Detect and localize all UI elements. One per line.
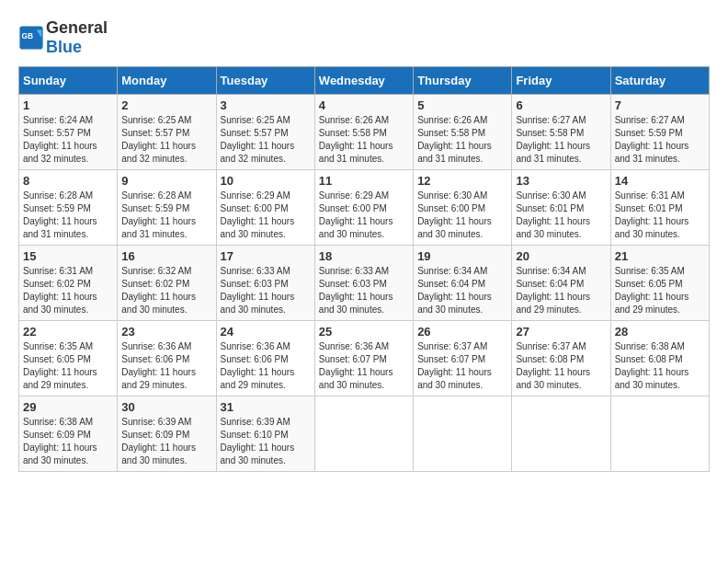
day-header-tuesday: Tuesday <box>216 67 314 95</box>
calendar-cell: 5Sunrise: 6:26 AMSunset: 5:58 PMDaylight… <box>414 95 512 170</box>
calendar-cell: 9Sunrise: 6:28 AMSunset: 5:59 PMDaylight… <box>118 170 216 246</box>
calendar-cell: 30Sunrise: 6:39 AMSunset: 6:09 PMDayligh… <box>118 396 216 472</box>
day-number: 7 <box>615 98 705 112</box>
day-number: 29 <box>23 400 113 414</box>
calendar-cell: 4Sunrise: 6:26 AMSunset: 5:58 PMDaylight… <box>314 95 413 170</box>
day-number: 26 <box>417 325 507 339</box>
calendar-cell: 6Sunrise: 6:27 AMSunset: 5:58 PMDaylight… <box>512 95 610 170</box>
day-number: 6 <box>516 98 606 112</box>
svg-text:GB: GB <box>22 31 34 40</box>
day-number: 16 <box>121 249 211 263</box>
calendar-week-row: 29Sunrise: 6:38 AMSunset: 6:09 PMDayligh… <box>19 396 710 472</box>
day-info: Sunrise: 6:31 AMSunset: 6:02 PMDaylight:… <box>23 265 113 316</box>
calendar-header-row: SundayMondayTuesdayWednesdayThursdayFrid… <box>19 67 710 95</box>
calendar-cell: 20Sunrise: 6:34 AMSunset: 6:04 PMDayligh… <box>512 246 610 321</box>
day-info: Sunrise: 6:34 AMSunset: 6:04 PMDaylight:… <box>516 265 606 316</box>
day-number: 1 <box>23 98 113 112</box>
day-number: 19 <box>417 249 507 263</box>
day-number: 27 <box>516 325 606 339</box>
day-info: Sunrise: 6:26 AMSunset: 5:58 PMDaylight:… <box>417 114 507 166</box>
day-number: 18 <box>319 249 409 263</box>
calendar-cell: 18Sunrise: 6:33 AMSunset: 6:03 PMDayligh… <box>314 246 413 321</box>
day-number: 28 <box>615 325 705 339</box>
day-number: 15 <box>23 249 113 263</box>
day-info: Sunrise: 6:26 AMSunset: 5:58 PMDaylight:… <box>319 114 409 166</box>
calendar-cell: 24Sunrise: 6:36 AMSunset: 6:06 PMDayligh… <box>216 321 314 396</box>
calendar-cell: 10Sunrise: 6:29 AMSunset: 6:00 PMDayligh… <box>216 170 314 246</box>
day-info: Sunrise: 6:30 AMSunset: 6:01 PMDaylight:… <box>516 190 606 241</box>
day-number: 17 <box>221 249 311 263</box>
day-number: 11 <box>319 174 409 188</box>
calendar-cell: 17Sunrise: 6:33 AMSunset: 6:03 PMDayligh… <box>216 246 314 321</box>
day-info: Sunrise: 6:35 AMSunset: 6:05 PMDaylight:… <box>23 340 113 392</box>
day-info: Sunrise: 6:29 AMSunset: 6:00 PMDaylight:… <box>221 190 311 241</box>
day-info: Sunrise: 6:39 AMSunset: 6:09 PMDaylight:… <box>121 416 211 467</box>
day-number: 13 <box>516 174 606 188</box>
day-info: Sunrise: 6:36 AMSunset: 6:06 PMDaylight:… <box>221 340 311 392</box>
calendar-cell: 19Sunrise: 6:34 AMSunset: 6:04 PMDayligh… <box>414 246 512 321</box>
calendar-cell: 2Sunrise: 6:25 AMSunset: 5:57 PMDaylight… <box>118 95 216 170</box>
day-info: Sunrise: 6:37 AMSunset: 6:07 PMDaylight:… <box>417 340 507 392</box>
day-number: 12 <box>417 174 507 188</box>
day-info: Sunrise: 6:25 AMSunset: 5:57 PMDaylight:… <box>221 114 311 166</box>
calendar-table: SundayMondayTuesdayWednesdayThursdayFrid… <box>18 66 710 472</box>
day-info: Sunrise: 6:29 AMSunset: 6:00 PMDaylight:… <box>319 190 409 241</box>
calendar-cell: 16Sunrise: 6:32 AMSunset: 6:02 PMDayligh… <box>118 246 216 321</box>
calendar-week-row: 22Sunrise: 6:35 AMSunset: 6:05 PMDayligh… <box>19 321 710 396</box>
calendar-cell: 25Sunrise: 6:36 AMSunset: 6:07 PMDayligh… <box>314 321 413 396</box>
calendar-cell <box>414 396 512 472</box>
logo-blue-text: Blue <box>46 38 82 56</box>
calendar-cell: 27Sunrise: 6:37 AMSunset: 6:08 PMDayligh… <box>512 321 610 396</box>
logo: GB General Blue <box>18 18 108 57</box>
logo-general-text: General <box>46 18 108 37</box>
day-header-thursday: Thursday <box>414 67 512 95</box>
day-info: Sunrise: 6:35 AMSunset: 6:05 PMDaylight:… <box>615 265 705 316</box>
day-info: Sunrise: 6:27 AMSunset: 5:59 PMDaylight:… <box>615 114 705 166</box>
calendar-cell: 13Sunrise: 6:30 AMSunset: 6:01 PMDayligh… <box>512 170 610 246</box>
day-number: 2 <box>121 98 211 112</box>
day-info: Sunrise: 6:38 AMSunset: 6:08 PMDaylight:… <box>615 340 705 392</box>
day-number: 25 <box>319 325 409 339</box>
day-info: Sunrise: 6:36 AMSunset: 6:07 PMDaylight:… <box>319 340 409 392</box>
day-number: 9 <box>121 174 211 188</box>
calendar-cell: 3Sunrise: 6:25 AMSunset: 5:57 PMDaylight… <box>216 95 314 170</box>
day-number: 24 <box>221 325 311 339</box>
calendar-cell: 14Sunrise: 6:31 AMSunset: 6:01 PMDayligh… <box>610 170 709 246</box>
day-header-friday: Friday <box>512 67 610 95</box>
day-info: Sunrise: 6:28 AMSunset: 5:59 PMDaylight:… <box>23 190 113 241</box>
day-info: Sunrise: 6:37 AMSunset: 6:08 PMDaylight:… <box>516 340 606 392</box>
day-info: Sunrise: 6:36 AMSunset: 6:06 PMDaylight:… <box>121 340 211 392</box>
day-number: 20 <box>516 249 606 263</box>
day-header-wednesday: Wednesday <box>314 67 413 95</box>
day-info: Sunrise: 6:34 AMSunset: 6:04 PMDaylight:… <box>417 265 507 316</box>
day-number: 22 <box>23 325 113 339</box>
day-info: Sunrise: 6:30 AMSunset: 6:00 PMDaylight:… <box>417 190 507 241</box>
day-info: Sunrise: 6:39 AMSunset: 6:10 PMDaylight:… <box>221 416 311 467</box>
day-info: Sunrise: 6:31 AMSunset: 6:01 PMDaylight:… <box>615 190 705 241</box>
header: GB General Blue <box>18 18 710 57</box>
day-number: 8 <box>23 174 113 188</box>
day-number: 21 <box>615 249 705 263</box>
calendar-cell: 12Sunrise: 6:30 AMSunset: 6:00 PMDayligh… <box>414 170 512 246</box>
calendar-cell: 31Sunrise: 6:39 AMSunset: 6:10 PMDayligh… <box>216 396 314 472</box>
calendar-cell: 21Sunrise: 6:35 AMSunset: 6:05 PMDayligh… <box>610 246 709 321</box>
calendar-cell: 11Sunrise: 6:29 AMSunset: 6:00 PMDayligh… <box>314 170 413 246</box>
day-info: Sunrise: 6:28 AMSunset: 5:59 PMDaylight:… <box>121 190 211 241</box>
day-info: Sunrise: 6:24 AMSunset: 5:57 PMDaylight:… <box>23 114 113 166</box>
calendar-cell: 22Sunrise: 6:35 AMSunset: 6:05 PMDayligh… <box>19 321 118 396</box>
calendar-cell: 26Sunrise: 6:37 AMSunset: 6:07 PMDayligh… <box>414 321 512 396</box>
day-info: Sunrise: 6:27 AMSunset: 5:58 PMDaylight:… <box>516 114 606 166</box>
day-number: 14 <box>615 174 705 188</box>
calendar-cell: 23Sunrise: 6:36 AMSunset: 6:06 PMDayligh… <box>118 321 216 396</box>
calendar-cell: 29Sunrise: 6:38 AMSunset: 6:09 PMDayligh… <box>19 396 118 472</box>
day-number: 3 <box>221 98 311 112</box>
calendar-cell: 15Sunrise: 6:31 AMSunset: 6:02 PMDayligh… <box>19 246 118 321</box>
calendar-cell <box>512 396 610 472</box>
day-number: 10 <box>221 174 311 188</box>
calendar-cell <box>610 396 709 472</box>
logo-icon: GB <box>18 25 44 51</box>
day-number: 30 <box>121 400 211 414</box>
calendar-cell: 1Sunrise: 6:24 AMSunset: 5:57 PMDaylight… <box>19 95 118 170</box>
day-info: Sunrise: 6:33 AMSunset: 6:03 PMDaylight:… <box>221 265 311 316</box>
day-header-saturday: Saturday <box>610 67 709 95</box>
